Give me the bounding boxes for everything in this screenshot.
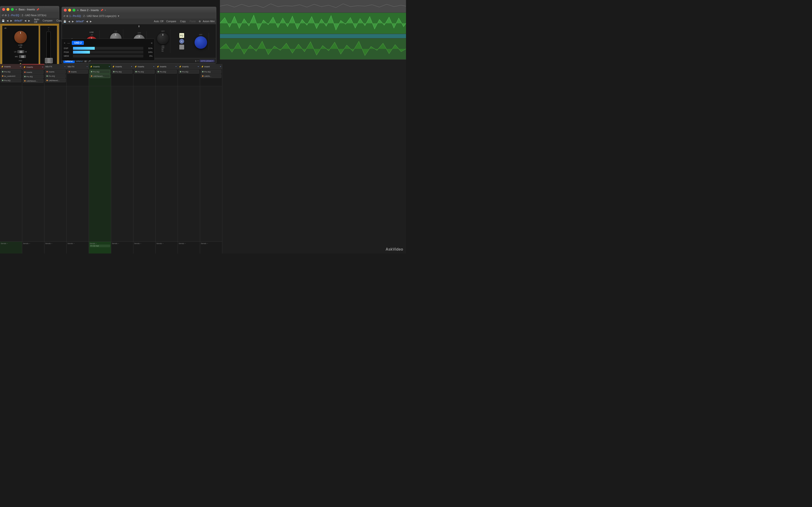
right-paste-btn[interactable]: Paste xyxy=(189,20,197,23)
insert-inserts-2[interactable]: Inserts xyxy=(45,70,66,74)
fader-handle[interactable] xyxy=(45,58,53,63)
add-insert-5[interactable]: + xyxy=(131,65,132,68)
lo-hi-switch[interactable] xyxy=(17,50,24,53)
save-icon[interactable]: 💾 xyxy=(2,19,5,22)
right-close-icon[interactable]: × xyxy=(105,9,106,12)
input-gain-knob[interactable] xyxy=(14,31,27,44)
dollar-icon[interactable]: $ xyxy=(195,60,196,62)
ins-dot-9b xyxy=(202,75,203,77)
ins-label-2b: Pro EQ xyxy=(49,75,55,77)
mixer-strip-7: ⚡ Inserts + Pro EQ Sends ~ xyxy=(156,64,178,253)
insert-uad-9[interactable]: UADN... xyxy=(201,74,221,78)
eq-toggle-icon[interactable]: EQ xyxy=(179,33,184,38)
hf-knob[interactable] xyxy=(195,36,207,49)
strip-header-3: Mix FX ~ xyxy=(67,64,89,69)
nav-fwd2[interactable]: ▶ xyxy=(28,19,30,22)
strip-sends-2: Sends ~ xyxy=(45,241,66,253)
right-maximize-dot[interactable] xyxy=(72,9,75,12)
lo-hi-toggle-row: LO HI xyxy=(14,50,27,53)
mixer-strip-4: ⚡ Inserts + Pro EQ UADNeve1... Sends ~ xyxy=(89,64,111,253)
ins-label-5a: Pro EQ xyxy=(115,71,121,73)
insert-uad-1[interactable]: UADNeve1... xyxy=(23,79,44,83)
right-nav-back2[interactable]: ◀ xyxy=(86,20,88,23)
output-toggle[interactable] xyxy=(179,45,184,50)
insert-proeq-4[interactable]: Pro EQ xyxy=(90,70,110,74)
right-nav-fwd2[interactable]: ▶ xyxy=(90,20,92,23)
insert-bx-0[interactable]: bx_controlV2 xyxy=(1,74,21,78)
right-save-icon[interactable]: 💾 xyxy=(63,20,66,23)
right-minimize-dot[interactable] xyxy=(68,9,71,12)
add-insert-6[interactable]: + xyxy=(153,65,154,68)
help-icon[interactable]: ? xyxy=(197,60,198,62)
preset2-label[interactable]: 2 - UAD Neve 1073(m) xyxy=(22,14,46,17)
dsp-bar-track xyxy=(73,47,143,50)
refresh-icon[interactable]: ↺ xyxy=(2,14,4,17)
mic-switch[interactable] xyxy=(19,55,26,58)
add-insert-1[interactable]: + xyxy=(42,66,43,68)
strip-header-8: ⚡ Inserts + xyxy=(178,64,200,69)
right-close-dot[interactable] xyxy=(64,9,67,12)
add-insert-0[interactable]: + xyxy=(20,65,21,68)
strip-inserts-6: Pro EQ xyxy=(134,69,155,86)
maximize-dot[interactable] xyxy=(11,8,14,11)
close-dot[interactable] xyxy=(2,8,5,11)
add-insert-7[interactable]: + xyxy=(175,65,176,68)
default-preset[interactable]: default* xyxy=(14,19,22,22)
insert-proeq-7[interactable]: Pro EQ xyxy=(156,70,177,74)
phase-toggle[interactable]: φ xyxy=(179,39,184,44)
add-insert-3[interactable]: ~ xyxy=(87,65,88,68)
uad-menu-icon[interactable]: ≡ xyxy=(151,42,152,44)
daw-tracks-area xyxy=(220,0,406,64)
insert-proeq-6[interactable]: Pro EQ xyxy=(134,70,155,74)
insert-uad-2[interactable]: UADNeve1... xyxy=(45,78,66,82)
insert-proeq-5[interactable]: Pro EQ xyxy=(112,70,133,74)
right-default[interactable]: default* xyxy=(76,20,84,23)
add-insert-8[interactable]: + xyxy=(198,65,199,68)
add-insert-9[interactable]: + xyxy=(220,65,221,68)
right-nav-fwd[interactable]: ▶ xyxy=(72,20,74,23)
right-pin-icon[interactable]: 📌 xyxy=(100,9,103,12)
insert-proeq-2[interactable]: Pro EQ xyxy=(45,74,66,78)
insert-uad-4[interactable]: UADNeve1... xyxy=(90,74,110,78)
right-preset1[interactable]: 1 - Pro EQ xyxy=(69,15,81,17)
insert-proeq2-0[interactable]: Pro EQ xyxy=(1,78,21,82)
add-icon[interactable]: + xyxy=(15,7,17,11)
scale-5: 5 xyxy=(48,29,49,31)
right-status-right: $ ? 1073 LEGACY xyxy=(195,60,215,62)
uad-min-icon[interactable]: — xyxy=(67,42,70,44)
pgm-label: PGM xyxy=(64,51,71,53)
insert-proeq-0[interactable]: Pro EQ xyxy=(1,70,21,74)
preset1-label[interactable]: 1 - Pro EQ xyxy=(8,14,19,17)
low-knob[interactable] xyxy=(157,33,169,44)
compare-button[interactable]: Compare xyxy=(42,19,53,22)
right-nav-back[interactable]: ◀ xyxy=(68,20,70,23)
settings-icon[interactable]: ⚙ xyxy=(5,14,7,17)
nav-back2[interactable]: ◀ xyxy=(24,19,27,22)
add-insert-2[interactable]: ~ xyxy=(64,65,65,68)
strip-header-0: ⚡ Inserts + xyxy=(0,64,22,69)
add-insert-4[interactable]: + xyxy=(109,65,110,68)
sends-label-1: Sends ~ xyxy=(23,242,30,244)
right-refresh-icon[interactable]: ↺ xyxy=(63,15,65,17)
insert-inserts-1[interactable]: Inserts xyxy=(23,70,44,74)
strip-sends-3: Sends ~ xyxy=(67,241,89,253)
ins-label-2c: UADNeve1... xyxy=(49,79,60,81)
insert-proeq-9[interactable]: Pro EQ xyxy=(201,70,221,74)
low-section: OFF 30016050Hz xyxy=(156,30,170,53)
insert-proeq-1[interactable]: Pro EQ xyxy=(23,74,44,78)
right-preset2[interactable]: 2 - UAD Neve 1073 Legacy(m) xyxy=(83,15,116,17)
right-copy-btn[interactable]: Copy xyxy=(179,20,187,23)
right-compare-btn[interactable]: Compare xyxy=(165,20,177,23)
minimize-dot[interactable] xyxy=(6,8,9,11)
pin-icon[interactable]: 📌 xyxy=(36,8,39,11)
insert-inserts-3[interactable]: Inserts xyxy=(67,70,88,74)
right-settings-icon[interactable]: ⚙ xyxy=(66,15,68,17)
ins-label-4a: Pro EQ xyxy=(93,71,99,73)
right-auto: Auto: Off xyxy=(154,20,163,23)
right-add-icon[interactable]: + xyxy=(77,8,79,12)
uad-close-icon[interactable]: × xyxy=(64,42,65,44)
insert-proeq-8[interactable]: Pro EQ xyxy=(179,70,199,74)
nav-back[interactable]: ◀ xyxy=(6,19,8,22)
right-gear-icon[interactable]: ⚙ xyxy=(199,20,201,23)
nav-forward[interactable]: ▶ xyxy=(10,19,12,22)
